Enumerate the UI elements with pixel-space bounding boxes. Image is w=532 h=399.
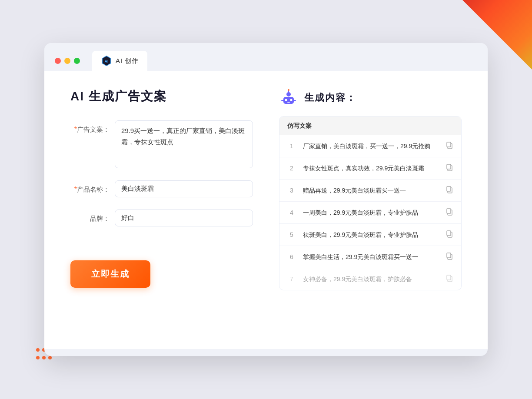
result-row: 2专抹女性斑点，真实功效，29.9元美白淡斑霜 (279, 157, 461, 180)
close-button[interactable] (55, 58, 61, 64)
product-name-group: *产品名称： (70, 180, 253, 197)
row-number: 1 (287, 143, 296, 150)
right-panel-title: 生成内容： (304, 91, 356, 104)
brand-input[interactable] (115, 209, 253, 226)
product-name-input[interactable] (115, 180, 253, 197)
maximize-button[interactable] (74, 58, 80, 64)
row-number: 2 (287, 165, 296, 172)
copy-button[interactable] (446, 230, 453, 239)
results-list: 1厂家直销，美白淡斑霜，买一送一，29.9元抢购 2专抹女性斑点，真实功效，29… (279, 135, 461, 290)
right-panel: 生成内容： 仿写文案 1厂家直销，美白淡斑霜，买一送一，29.9元抢购 2专抹女… (279, 88, 462, 327)
svg-rect-21 (447, 253, 451, 258)
ad-copy-label: *广告文案： (70, 120, 110, 134)
table-header-text: 仿写文案 (287, 122, 312, 129)
content-area: AI 生成广告文案 *广告文案： *产品名称： 品牌： 立 (44, 71, 488, 349)
svg-point-4 (290, 99, 293, 101)
row-number: 3 (287, 187, 296, 194)
svg-rect-11 (447, 142, 451, 147)
brand-group: 品牌： (70, 209, 253, 226)
result-row: 4一周美白，29.9元美白淡斑霜，专业护肤品 (279, 202, 461, 224)
left-panel: AI 生成广告文案 *广告文案： *产品名称： 品牌： 立 (70, 88, 253, 327)
generate-button[interactable]: 立即生成 (70, 260, 150, 288)
brand-label: 品牌： (70, 209, 110, 223)
results-table: 仿写文案 1厂家直销，美白淡斑霜，买一送一，29.9元抢购 2专抹女性斑点，真实… (279, 116, 462, 290)
tab-label: AI 创作 (116, 57, 139, 65)
svg-point-3 (285, 99, 287, 101)
svg-rect-5 (287, 102, 290, 103)
svg-rect-23 (447, 275, 451, 280)
ai-logo-icon: AI (101, 55, 112, 66)
copy-button[interactable] (446, 274, 453, 284)
browser-tab[interactable]: AI AI 创作 (92, 51, 147, 71)
ad-copy-group: *广告文案： (70, 120, 253, 168)
title-bar: AI AI 创作 (44, 43, 488, 71)
copy-button[interactable] (446, 208, 453, 217)
row-number: 7 (287, 276, 296, 283)
row-text: 女神必备，29.9元美白淡斑霜，护肤必备 (303, 275, 439, 284)
copy-button[interactable] (446, 186, 453, 195)
result-row: 6掌握美白生活，29.9元美白淡斑霜买一送一 (279, 246, 461, 268)
robot-icon (279, 88, 298, 107)
svg-point-7 (288, 89, 289, 91)
copy-button[interactable] (446, 163, 453, 173)
page-title: AI 生成广告文案 (70, 88, 253, 105)
product-name-label: *产品名称： (70, 180, 110, 194)
svg-point-1 (286, 92, 291, 96)
svg-rect-15 (447, 186, 451, 191)
copy-button[interactable] (446, 252, 453, 262)
row-text: 一周美白，29.9元美白淡斑霜，专业护肤品 (303, 208, 439, 217)
row-text: 厂家直销，美白淡斑霜，买一送一，29.9元抢购 (303, 142, 439, 151)
browser-window: AI AI 创作 AI 生成广告文案 *广告文案： *产品名称： (44, 43, 488, 356)
row-text: 掌握美白生活，29.9元美白淡斑霜买一送一 (303, 253, 439, 262)
right-header: 生成内容： (279, 88, 462, 107)
ad-copy-input[interactable] (115, 120, 253, 168)
window-controls (55, 58, 80, 64)
row-number: 5 (287, 231, 296, 238)
row-text: 专抹女性斑点，真实功效，29.9元美白淡斑霜 (303, 164, 439, 173)
table-header: 仿写文案 (279, 116, 461, 135)
row-text: 祛斑美白，29.9元美白淡斑霜，专业护肤品 (303, 230, 439, 239)
result-row: 5祛斑美白，29.9元美白淡斑霜，专业护肤品 (279, 224, 461, 246)
svg-rect-17 (447, 209, 451, 213)
svg-rect-2 (283, 97, 294, 104)
svg-text:AI: AI (105, 59, 109, 63)
copy-button[interactable] (446, 141, 453, 151)
svg-rect-19 (447, 231, 451, 236)
result-row: 1厂家直销，美白淡斑霜，买一送一，29.9元抢购 (279, 135, 461, 157)
row-text: 赠品再送，29.9元美白淡斑霜买一送一 (303, 186, 439, 195)
result-row: 3赠品再送，29.9元美白淡斑霜买一送一 (279, 180, 461, 202)
svg-rect-13 (447, 164, 451, 169)
row-number: 6 (287, 253, 296, 260)
minimize-button[interactable] (64, 58, 70, 64)
row-number: 4 (287, 209, 296, 216)
result-row: 7女神必备，29.9元美白淡斑霜，护肤必备 (279, 268, 461, 290)
